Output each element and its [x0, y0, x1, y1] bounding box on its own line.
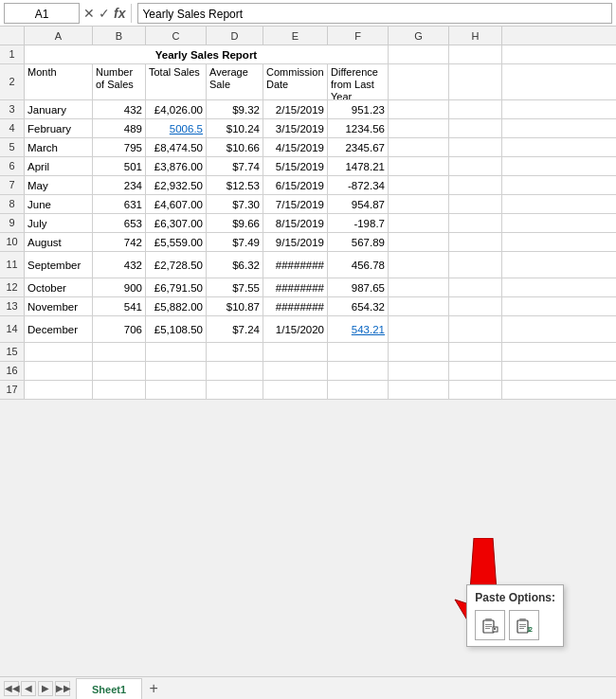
- cell-d14[interactable]: $7.24: [207, 316, 263, 342]
- cell-g12[interactable]: [389, 278, 449, 296]
- cell-c7[interactable]: £2,932.50: [146, 176, 207, 194]
- cell-d9[interactable]: $9.66: [207, 214, 263, 232]
- cell-f10[interactable]: 567.89: [328, 233, 389, 251]
- confirm-icon[interactable]: ✓: [99, 6, 110, 21]
- cell-e6[interactable]: 5/15/2019: [263, 157, 328, 175]
- cell-h7[interactable]: [449, 176, 502, 194]
- cell-h5[interactable]: [449, 138, 502, 156]
- cell-b2[interactable]: Number of Sales: [93, 64, 146, 99]
- cell-f7[interactable]: -872.34: [328, 176, 389, 194]
- cell-a8[interactable]: June: [25, 195, 93, 213]
- cell-f2[interactable]: Difference from Last Year: [328, 64, 389, 99]
- cell-g5[interactable]: [389, 138, 449, 156]
- cell-c14[interactable]: £5,108.50: [146, 316, 207, 342]
- cell-b3[interactable]: 432: [93, 100, 146, 118]
- cell-e10[interactable]: 9/15/2019: [263, 233, 328, 251]
- cell-g6[interactable]: [389, 157, 449, 175]
- cell-a5[interactable]: March: [25, 138, 93, 156]
- cell-e4[interactable]: 3/15/2019: [263, 119, 328, 137]
- cell-f3[interactable]: 951.23: [328, 100, 389, 118]
- cell-g14[interactable]: [389, 316, 449, 342]
- cell-e14[interactable]: 1/15/2020: [263, 316, 328, 342]
- cell-d8[interactable]: $7.30: [207, 195, 263, 213]
- first-sheet-arrow[interactable]: ◀◀: [4, 681, 19, 696]
- col-header-H[interactable]: H: [449, 27, 502, 45]
- cell-g4[interactable]: [389, 119, 449, 137]
- col-header-C[interactable]: C: [146, 27, 207, 45]
- cell-f13[interactable]: 654.32: [328, 297, 389, 315]
- cell-e3[interactable]: 2/15/2019: [263, 100, 328, 118]
- cell-d3[interactable]: $9.32: [207, 100, 263, 118]
- cell-c8[interactable]: £4,607.00: [146, 195, 207, 213]
- cell-a9[interactable]: July: [25, 214, 93, 232]
- cell-g10[interactable]: [389, 233, 449, 251]
- cell-d2[interactable]: Average Sale: [207, 64, 263, 99]
- cell-a1[interactable]: Yearly Sales Report: [25, 45, 389, 63]
- sheet1-tab[interactable]: Sheet1: [76, 678, 142, 699]
- paste-icon-2[interactable]: 1 2: [509, 610, 539, 640]
- cell-g2[interactable]: [389, 64, 449, 99]
- cell-h9[interactable]: [449, 214, 502, 232]
- prev-sheet-arrow[interactable]: ◀: [21, 681, 36, 696]
- cell-c12[interactable]: £6,791.50: [146, 278, 207, 296]
- next-sheet-arrow[interactable]: ▶: [38, 681, 53, 696]
- cell-h13[interactable]: [449, 297, 502, 315]
- cell-g13[interactable]: [389, 297, 449, 315]
- cell-a6[interactable]: April: [25, 157, 93, 175]
- col-header-G[interactable]: G: [389, 27, 449, 45]
- cell-d6[interactable]: $7.74: [207, 157, 263, 175]
- paste-icon-1[interactable]: [475, 610, 505, 640]
- cell-h3[interactable]: [449, 100, 502, 118]
- cell-e8[interactable]: 7/15/2019: [263, 195, 328, 213]
- cell-a14[interactable]: December: [25, 316, 93, 342]
- cell-b5[interactable]: 795: [93, 138, 146, 156]
- cancel-icon[interactable]: ✕: [83, 6, 95, 21]
- cell-c10[interactable]: £5,559.00: [146, 233, 207, 251]
- cell-h10[interactable]: [449, 233, 502, 251]
- cell-g1[interactable]: [389, 45, 449, 63]
- cell-b11[interactable]: 432: [93, 252, 146, 278]
- cell-d4[interactable]: $10.24: [207, 119, 263, 137]
- col-header-D[interactable]: D: [207, 27, 263, 45]
- cell-h12[interactable]: [449, 278, 502, 296]
- cell-a4[interactable]: February: [25, 119, 93, 137]
- cell-f12[interactable]: 987.65: [328, 278, 389, 296]
- cell-h14[interactable]: [449, 316, 502, 342]
- cell-c3[interactable]: £4,026.00: [146, 100, 207, 118]
- cell-c5[interactable]: £8,474.50: [146, 138, 207, 156]
- cell-a7[interactable]: May: [25, 176, 93, 194]
- cell-d11[interactable]: $6.32: [207, 252, 263, 278]
- cell-d7[interactable]: $12.53: [207, 176, 263, 194]
- cell-c4[interactable]: 5006.5: [146, 119, 207, 137]
- cell-b14[interactable]: 706: [93, 316, 146, 342]
- cell-h8[interactable]: [449, 195, 502, 213]
- cell-a12[interactable]: October: [25, 278, 93, 296]
- function-icon[interactable]: fx: [114, 6, 125, 21]
- cell-h4[interactable]: [449, 119, 502, 137]
- cell-c11[interactable]: £2,728.50: [146, 252, 207, 278]
- cell-a3[interactable]: January: [25, 100, 93, 118]
- cell-g7[interactable]: [389, 176, 449, 194]
- cell-a2[interactable]: Month: [25, 64, 93, 99]
- cell-reference-box[interactable]: A1: [4, 3, 80, 24]
- cell-a13[interactable]: November: [25, 297, 93, 315]
- cell-d12[interactable]: $7.55: [207, 278, 263, 296]
- cell-f8[interactable]: 954.87: [328, 195, 389, 213]
- cell-f6[interactable]: 1478.21: [328, 157, 389, 175]
- cell-h11[interactable]: [449, 252, 502, 278]
- formula-content[interactable]: Yearly Sales Report: [137, 3, 612, 24]
- add-sheet-button[interactable]: +: [144, 679, 163, 698]
- cell-b6[interactable]: 501: [93, 157, 146, 175]
- cell-h1[interactable]: [449, 45, 502, 63]
- cell-e5[interactable]: 4/15/2019: [263, 138, 328, 156]
- cell-e9[interactable]: 8/15/2019: [263, 214, 328, 232]
- cell-f11[interactable]: 456.78: [328, 252, 389, 278]
- cell-b9[interactable]: 653: [93, 214, 146, 232]
- cell-d5[interactable]: $10.66: [207, 138, 263, 156]
- col-header-E[interactable]: E: [263, 27, 328, 45]
- last-sheet-arrow[interactable]: ▶▶: [55, 681, 70, 696]
- cell-f9[interactable]: -198.7: [328, 214, 389, 232]
- cell-e7[interactable]: 6/15/2019: [263, 176, 328, 194]
- cell-g8[interactable]: [389, 195, 449, 213]
- cell-f5[interactable]: 2345.67: [328, 138, 389, 156]
